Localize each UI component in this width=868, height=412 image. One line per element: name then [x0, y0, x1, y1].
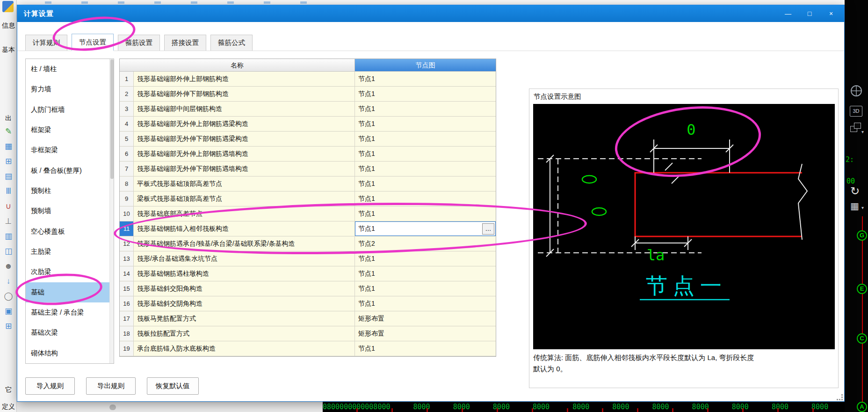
table-row[interactable]: 5筏形基础端部无外伸下部钢筋遇梁构造节点1 — [120, 132, 496, 147]
navigation-ball-icon[interactable] — [850, 84, 863, 97]
table-row[interactable]: 3筏形基础端部中间层钢筋构造节点1 — [120, 102, 496, 117]
row-name-cell[interactable]: 筏形基础斜交阳角构造 — [134, 281, 355, 296]
row-name-cell[interactable]: 筏形基础端部无外伸下部钢筋遇墙构造 — [134, 162, 355, 177]
grid-table-icon[interactable]: ▦ — [850, 201, 859, 211]
row-number-cell[interactable]: 17 — [120, 311, 134, 326]
pencil-icon[interactable]: ✎ — [2, 125, 14, 138]
row-number-cell[interactable]: 19 — [120, 341, 134, 356]
close-button[interactable]: × — [821, 7, 841, 20]
row-number-cell[interactable]: 5 — [120, 132, 134, 147]
row-number-cell[interactable]: 6 — [120, 147, 134, 162]
table-row[interactable]: 4筏形基础端部无外伸上部钢筋遇梁构造节点1 — [120, 117, 496, 132]
tab-stirrup-formula[interactable]: 箍筋公式 — [210, 35, 253, 51]
table-row[interactable]: 16筏形基础斜交阴角构造节点1 — [120, 296, 496, 311]
minimize-button[interactable]: — — [778, 7, 798, 20]
restore-defaults-button[interactable]: 恢复默认值 — [147, 377, 199, 395]
layers-icon[interactable] — [850, 123, 862, 133]
row-value-cell[interactable]: 节点1 — [355, 147, 496, 162]
row-value-cell[interactable]: 矩形布置 — [355, 311, 496, 326]
row-value-cell[interactable]: 节点1 — [355, 162, 496, 177]
row-number-cell[interactable]: 2 — [120, 87, 134, 102]
row-name-cell[interactable]: 筏形基础端部无外伸下部钢筋遇梁构造 — [134, 132, 355, 147]
hatch-icon[interactable]: ▥ — [2, 230, 14, 243]
app-module-icon[interactable] — [2, 1, 14, 12]
table-row[interactable]: 6筏形基础端部无外伸上部钢筋遇墙构造节点1 — [120, 147, 496, 162]
import-rules-button[interactable]: 导入规则 — [25, 377, 75, 395]
table-row[interactable]: 19承台底筋锚入防水底板构造节点1 — [120, 341, 496, 356]
scrollbar-thumb[interactable] — [109, 405, 116, 410]
table-row[interactable]: 8平板式筏形基础顶部高差节点节点1 — [120, 177, 496, 191]
cube-3d-view-icon[interactable]: 3D — [850, 106, 862, 117]
sidebar-item[interactable]: 预制柱 — [26, 181, 114, 201]
row-value-cell[interactable]: 节点1 — [355, 341, 496, 356]
row-number-cell[interactable]: 15 — [120, 281, 134, 296]
chevron-down-icon[interactable]: ▾ — [861, 129, 864, 134]
sidebar-item[interactable]: 基础主梁 / 承台梁 — [26, 302, 114, 323]
table-row[interactable]: 2筏形基础端部外伸下部钢筋构造节点1 — [120, 87, 496, 102]
row-number-cell[interactable]: 4 — [120, 117, 134, 132]
row-name-cell[interactable]: 筏形基础端部中间层钢筋构造 — [134, 102, 355, 117]
sidebar-scrollbar[interactable] — [109, 59, 114, 363]
table-row[interactable]: 17筏板马凳筋配置方式矩形布置 — [120, 311, 496, 326]
magnet-icon[interactable]: ∪ — [2, 200, 14, 213]
export-rules-button[interactable]: 导出规则 — [86, 377, 136, 395]
row-value-cell[interactable]: 节点1 — [355, 132, 496, 147]
sidebar-item[interactable]: 板 / 叠合板(整厚) — [26, 161, 114, 181]
row-value-cell[interactable]: 节点1 — [355, 117, 496, 132]
table-row[interactable]: 14筏形基础钢筋遇柱墩构造节点1 — [120, 266, 496, 281]
table-row[interactable]: 18筏板拉筋配置方式矩形布置 — [120, 326, 496, 341]
resize-grip[interactable] — [837, 395, 843, 400]
maximize-button[interactable]: □ — [799, 7, 820, 20]
row-number-cell[interactable]: 3 — [120, 102, 134, 117]
sidebar-item[interactable]: 主肋梁 — [26, 242, 114, 262]
row-number-cell[interactable]: 7 — [120, 162, 134, 177]
dialog-titlebar[interactable]: 计算设置 — □ × — [17, 5, 844, 22]
row-value-cell[interactable]: 节点1 — [355, 102, 496, 117]
sidebar-item[interactable]: 剪力墙 — [26, 79, 114, 99]
row-name-cell[interactable]: 承台底筋锚入防水底板构造 — [134, 341, 355, 356]
refresh-icon[interactable]: ↻ — [850, 185, 860, 197]
column-header-node[interactable]: 节点图 — [355, 59, 496, 72]
table-row[interactable]: 15筏形基础斜交阳角构造节点1 — [120, 281, 496, 296]
row-value-cell[interactable]: 节点1 — [355, 296, 496, 311]
row-name-cell[interactable]: 筏板马凳筋配置方式 — [134, 311, 355, 326]
row-number-cell[interactable]: 1 — [120, 72, 134, 87]
ground-icon[interactable]: ⊥ — [2, 215, 14, 228]
row-value-cell[interactable]: 节点1 — [355, 177, 496, 191]
sidebar-item[interactable]: 人防门框墙 — [26, 100, 114, 120]
row-name-cell[interactable]: 筏形基础端部外伸上部钢筋构造 — [134, 72, 355, 87]
row-name-cell[interactable]: 筏形基础斜交阴角构造 — [134, 296, 355, 311]
table-row[interactable]: 1筏形基础端部外伸上部钢筋构造节点1 — [120, 72, 496, 87]
box-icon[interactable]: ▣ — [2, 305, 14, 317]
panel-icon[interactable]: ▤ — [2, 170, 14, 183]
table-row[interactable]: 7筏形基础端部无外伸下部钢筋遇墙构造节点1 — [120, 162, 496, 177]
row-number-cell[interactable]: 14 — [120, 266, 134, 281]
grid-icon[interactable]: ▦ — [2, 140, 14, 153]
row-name-cell[interactable]: 筏形基础端部无外伸上部钢筋遇墙构造 — [134, 147, 355, 162]
row-value-cell[interactable]: 矩形布置 — [355, 326, 496, 341]
tab-lap-settings[interactable]: 搭接设置 — [164, 35, 206, 51]
column-header-name[interactable]: 名称 — [120, 59, 355, 72]
row-name-cell[interactable]: 平板式筏形基础顶部高差节点 — [134, 177, 355, 191]
sidebar-item[interactable]: 砌体结构 — [26, 343, 114, 363]
row-name-cell[interactable]: 筏形基础钢筋遇柱墩构造 — [134, 266, 355, 281]
sidebar-item[interactable]: 空心楼盖板 — [26, 221, 114, 242]
row-value-cell[interactable]: 节点1 — [355, 72, 496, 87]
row-name-cell[interactable]: 筏板拉筋配置方式 — [134, 326, 355, 341]
row-value-cell[interactable]: 节点1 — [355, 87, 496, 102]
row-number-cell[interactable]: 9 — [120, 191, 134, 206]
row-value-cell[interactable]: 节点1 — [355, 281, 496, 296]
scrollbar-thumb[interactable] — [110, 59, 114, 179]
chevron-down-icon[interactable]: ▾ — [861, 205, 864, 210]
columns-icon[interactable]: Ⅲ — [2, 185, 14, 198]
sheet-icon[interactable]: ⊞ — [2, 320, 14, 332]
row-number-cell[interactable]: 18 — [120, 326, 134, 341]
add-grid-icon[interactable]: ⊞ — [2, 155, 14, 168]
row-number-cell[interactable]: 8 — [120, 177, 134, 191]
row-number-cell[interactable]: 10 — [120, 206, 134, 221]
row-name-cell[interactable]: 筏形基础端部无外伸上部钢筋遇梁构造 — [134, 117, 355, 132]
sidebar-item[interactable]: 非框架梁 — [26, 140, 114, 160]
person-icon[interactable]: ☻ — [2, 260, 14, 272]
row-name-cell[interactable]: 筏形基础端部外伸下部钢筋构造 — [134, 87, 355, 102]
row-value-cell[interactable]: 节点1 — [355, 266, 496, 281]
